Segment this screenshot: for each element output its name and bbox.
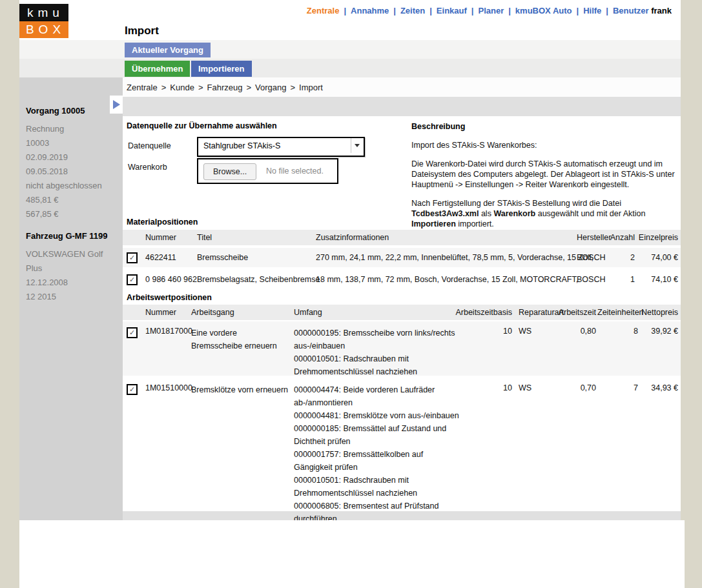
select-dropdown-zone[interactable] — [351, 138, 364, 153]
nav-item-annahme[interactable]: Annahme — [351, 6, 389, 15]
col-arbeitszeit: Arbeitszeit — [542, 308, 596, 317]
material-table-header: Nummer Titel Zusatzinformationen Herstel… — [123, 230, 681, 245]
breadcrumb-row: Zentrale>Kunde>Fahrzeug>Vorgang>Import — [123, 77, 681, 97]
row-checkbox[interactable]: ✓ — [127, 384, 138, 395]
col-nummer: Nummer — [145, 233, 176, 242]
cell-zeiteinheiten: 8 — [597, 327, 638, 336]
warenkorb-file-input[interactable]: Browse... No file selected. — [197, 158, 338, 184]
cell-zusatz: 18 mm, 138,7 mm, 72 mm, Bosch, Vorderach… — [316, 275, 578, 284]
cell-einzelpreis: 74,00 € — [636, 253, 678, 262]
sidebar: Vorgang 10005 Rechnung1000302.09.201909.… — [19, 77, 123, 520]
material-row-2: ✓ 0 986 460 962 Bremsbelagsatz, Scheiben… — [123, 270, 681, 289]
cell-arbeitszeit: 0,70 — [542, 383, 596, 392]
material-row-1: ✓ 4622411 Bremsscheibe 270 mm, 24,1 mm, … — [123, 248, 681, 267]
nav-item-planer[interactable]: Planer — [478, 6, 504, 15]
description-heading: Beschreibung — [411, 121, 679, 132]
cell-nummer: 0 986 460 962 — [145, 275, 197, 284]
cell-nummer: 1M01510000 — [145, 383, 192, 392]
main-top-bar — [123, 97, 681, 116]
page-title: Import — [125, 25, 159, 37]
cell-nummer: 1M01817000 — [145, 327, 192, 336]
nav-item-einkauf[interactable]: Einkauf — [437, 6, 467, 15]
bottom-content-area — [19, 520, 685, 588]
cell-zeiteinheiten: 7 — [597, 383, 638, 392]
cell-titel: Bremsscheibe — [197, 253, 248, 262]
row-checkbox[interactable]: ✓ — [127, 327, 138, 338]
material-heading: Materialpositionen — [127, 218, 198, 227]
col-nettopreis: Nettopreis — [636, 308, 678, 317]
cell-anzahl: 1 — [596, 275, 635, 284]
datenquelle-select[interactable]: Stahlgruber STAkis-S — [197, 137, 365, 157]
cell-nettopreis: 39,92 € — [636, 327, 678, 336]
breadcrumb-separator: > — [161, 83, 167, 92]
col-umfang: Umfang — [294, 308, 462, 317]
uebernehmen-button[interactable]: Übernehmen — [125, 61, 190, 77]
row-checkbox[interactable]: ✓ — [127, 252, 138, 263]
sidebar-fahrzeug-items: VOLKSWAGEN Golf Plus12.12.200812 2015 — [26, 247, 118, 304]
nav-item-zeiten[interactable]: Zeiten — [400, 6, 425, 15]
cell-einzelpreis: 74,10 € — [636, 275, 678, 284]
tab-aktueller-vorgang[interactable]: Aktueller Vorgang — [125, 43, 211, 57]
cell-titel: Bremsbelagsatz, Scheibenbremse — [197, 275, 320, 284]
header-band: kmu BOX Import Zentrale|Annahme|Zeiten|E… — [19, 0, 681, 40]
datasource-heading: Datenquelle zur Übernahme auswählen — [127, 121, 277, 130]
col-zusatzinformationen: Zusatzinformationen — [316, 233, 389, 242]
datenquelle-label: Datenquelle — [128, 141, 171, 150]
breadcrumb-fahrzeug[interactable]: Fahrzeug — [207, 83, 242, 92]
breadcrumb-zentrale[interactable]: Zentrale — [127, 83, 158, 92]
nav-separator: | — [606, 6, 608, 15]
breadcrumb-separator: > — [246, 83, 251, 92]
breadcrumb-separator: > — [198, 83, 203, 92]
sidebar-vorgang-title: Vorgang 10005 — [26, 106, 118, 116]
sidebar-collapse-button[interactable] — [110, 96, 123, 114]
chevron-down-icon — [355, 144, 360, 147]
nav-item-hilfe[interactable]: Hilfe — [583, 6, 601, 15]
nav-separator: | — [393, 6, 396, 15]
col-einzelpreis: Einzelpreis — [636, 233, 678, 242]
kmubox-logo[interactable]: kmu BOX — [19, 4, 68, 38]
description-paragraph-1: Import des STAkis-S Warenkorbes: — [411, 140, 679, 150]
nav-separator: | — [471, 6, 474, 15]
tab-row: Aktueller Vorgang — [19, 40, 681, 59]
no-file-selected-text: No file selected. — [266, 167, 324, 176]
nav-item-benutzer[interactable]: Benutzer — [613, 6, 649, 15]
browse-button[interactable]: Browse... — [203, 163, 256, 180]
col-arbeitszeitbasis: Arbeitszeitbasis — [452, 308, 512, 317]
cell-arbeitszeitbasis: 10 — [452, 383, 512, 392]
row-checkbox[interactable]: ✓ — [127, 274, 138, 285]
cell-reparaturart: WS — [519, 327, 532, 336]
description-paragraph-2: Die Warenkorb-Datei wird durch STAkis-S … — [411, 159, 679, 190]
description-paragraph-3: Nach Fertigstellung der STAkis-S Bestell… — [411, 198, 679, 229]
cell-zusatz: 270 mm, 24,1 mm, 22,2 mm, Innenbelüftet,… — [316, 253, 594, 262]
cell-umfang: 0000004474: Beide vorderen Laufräder ab-… — [294, 383, 462, 525]
action-row: Übernehmen Importieren — [19, 59, 681, 77]
breadcrumb-separator: > — [290, 83, 295, 92]
nav-item-zentrale[interactable]: Zentrale — [307, 6, 340, 15]
cell-anzahl: 2 — [596, 253, 635, 262]
cell-nettopreis: 34,93 € — [636, 383, 678, 392]
cell-arbeitszeitbasis: 10 — [452, 327, 512, 336]
logo-kmu-text: kmu — [19, 4, 68, 21]
datenquelle-selected-value: Stahlgruber STAkis-S — [203, 141, 280, 150]
cell-arbeitsgang: Eine vordere Bremsscheibe erneuern — [191, 327, 289, 352]
arbeitswert-row-1: ✓ 1M01817000 Eine vordere Bremsscheibe e… — [123, 321, 681, 376]
cell-reparaturart: WS — [519, 383, 532, 392]
nav-separator: | — [344, 6, 346, 15]
nav-separator: | — [508, 6, 511, 15]
nav-item-kmubox-auto[interactable]: kmuBOX Auto — [515, 6, 572, 15]
nav-separator: | — [577, 6, 579, 15]
breadcrumb-vorgang[interactable]: Vorgang — [255, 83, 286, 92]
arbeitswert-row-2: ✓ 1M01510000 Bremsklötze vorn erneuern 0… — [123, 378, 681, 511]
cell-arbeitszeit: 0,80 — [542, 327, 596, 336]
cell-nummer: 4622411 — [145, 253, 176, 262]
arbeitswert-heading: Arbeitswertpositionen — [127, 293, 212, 302]
cell-arbeitsgang: Bremsklötze vorn erneuern — [191, 383, 289, 396]
breadcrumb-kunde[interactable]: Kunde — [170, 83, 194, 92]
breadcrumb-import: Import — [299, 83, 323, 92]
sidebar-fahrzeug-title: Fahrzeug G-MF 1199 — [26, 231, 118, 241]
main-panel: Datenquelle zur Übernahme auswählen Date… — [123, 97, 681, 520]
sidebar-vorgang-items: Rechnung1000302.09.201909.05.2018nicht a… — [26, 122, 118, 221]
importieren-button[interactable]: Importieren — [191, 61, 252, 77]
description-section: Beschreibung Import des STAkis-S Warenko… — [411, 121, 679, 229]
nav-separator: | — [429, 6, 432, 15]
